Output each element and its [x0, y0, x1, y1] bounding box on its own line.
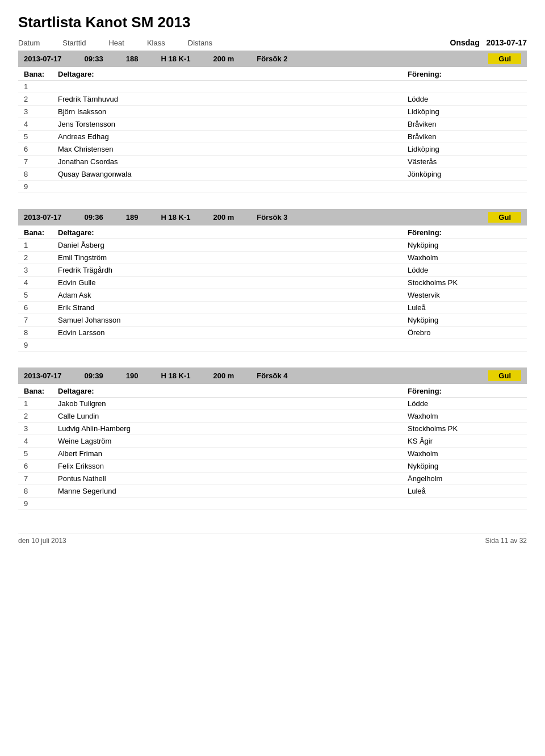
participant-club-2-7: Nyköping: [408, 316, 521, 324]
participant-row-3-8: 8 Manne Segerlund Luleå: [18, 485, 527, 498]
participant-num-1-4: 4: [24, 120, 58, 128]
participant-name-1-9: [58, 182, 408, 191]
participant-row-3-7: 7 Pontus Nathell Ängelholm: [18, 473, 527, 485]
heat-color-1: Gul: [488, 53, 521, 64]
participant-row-2-8: 8 Edvin Larsson Örebro: [18, 327, 527, 339]
participant-num-2-2: 2: [24, 253, 58, 262]
forening-label-2: Förening:: [408, 228, 521, 237]
heat-forsok-1: Försök 2: [257, 55, 287, 63]
deltagare-label-1: Deltagare:: [58, 70, 408, 78]
participant-num-3-6: 6: [24, 462, 58, 470]
heat-section-3: 2013-07-17 09:39 190 H 18 K-1 200 m Förs…: [18, 367, 527, 510]
participant-name-3-8: Manne Segerlund: [58, 487, 408, 495]
bana-row-2: Bana: Deltagare: Förening:: [18, 227, 527, 239]
participant-club-2-4: Stockholms PK: [408, 278, 521, 287]
participant-row-2-7: 7 Samuel Johansson Nyköping: [18, 314, 527, 327]
participant-row-1-5: 5 Andreas Edhag Bråviken: [18, 131, 527, 143]
participant-club-3-5: Waxholm: [408, 449, 521, 458]
heat-section-2: 2013-07-17 09:36 189 H 18 K-1 200 m Förs…: [18, 209, 527, 352]
participant-club-1-3: Lidköping: [408, 107, 521, 116]
participant-club-2-9: [408, 341, 521, 349]
participant-name-3-6: Felix Eriksson: [58, 462, 408, 470]
heat-bar-1: 2013-07-17 09:33 188 H 18 K-1 200 m Förs…: [18, 51, 527, 67]
participant-row-1-9: 9: [18, 181, 527, 193]
footer-generated: den 10 juli 2013: [18, 537, 66, 545]
participant-club-3-7: Ängelholm: [408, 474, 521, 483]
participant-row-3-9: 9: [18, 498, 527, 510]
participant-name-3-7: Pontus Nathell: [58, 474, 408, 483]
participant-num-2-6: 6: [24, 303, 58, 312]
participant-row-2-9: 9: [18, 339, 527, 352]
participant-name-1-6: Max Christensen: [58, 145, 408, 153]
participant-club-2-2: Waxholm: [408, 253, 521, 262]
participant-num-1-8: 8: [24, 170, 58, 178]
participant-name-2-3: Fredrik Trägårdh: [58, 266, 408, 274]
heat-forsok-3: Försök 4: [257, 371, 287, 380]
participant-num-3-5: 5: [24, 449, 58, 458]
heat-number-1: 188: [126, 55, 139, 63]
participant-club-3-9: [408, 499, 521, 508]
participant-name-2-1: Daniel Åsberg: [58, 241, 408, 249]
participant-name-3-2: Calle Lundin: [58, 412, 408, 420]
participant-num-1-2: 2: [24, 95, 58, 103]
participant-name-2-5: Adam Ask: [58, 291, 408, 299]
participant-num-2-3: 3: [24, 266, 58, 274]
participant-name-3-5: Albert Friman: [58, 449, 408, 458]
heat-bar-3: 2013-07-17 09:39 190 H 18 K-1 200 m Förs…: [18, 367, 527, 384]
participant-num-3-9: 9: [24, 499, 58, 508]
participant-row-2-2: 2 Emil Tingström Waxholm: [18, 252, 527, 264]
participant-num-2-1: 1: [24, 241, 58, 249]
participant-num-3-1: 1: [24, 399, 58, 408]
heat-distans-1: 200 m: [213, 55, 234, 63]
participant-row-1-6: 6 Max Christensen Lidköping: [18, 143, 527, 156]
heat-klass-1: H 18 K-1: [161, 55, 190, 63]
datum-label: Datum: [18, 39, 40, 47]
participant-club-2-6: Luleå: [408, 303, 521, 312]
heat-distans-2: 200 m: [213, 213, 234, 222]
participant-row-1-8: 8 Qusay Bawangonwala Jönköping: [18, 168, 527, 181]
participant-row-3-3: 3 Ludvig Ahlin-Hamberg Stockholms PK: [18, 423, 527, 435]
heat-time-2: 09:36: [85, 213, 103, 222]
heat-color-3: Gul: [488, 370, 521, 381]
participant-club-3-6: Nyköping: [408, 462, 521, 470]
participant-name-1-5: Andreas Edhag: [58, 132, 408, 141]
participant-row-3-2: 2 Calle Lundin Waxholm: [18, 410, 527, 423]
participant-club-1-2: Lödde: [408, 95, 521, 103]
participant-club-2-3: Lödde: [408, 266, 521, 274]
klass-label: Klass: [147, 39, 165, 47]
heat-time-1: 09:33: [85, 55, 103, 63]
participant-club-3-3: Stockholms PK: [408, 424, 521, 433]
participant-row-3-1: 1 Jakob Tullgren Lödde: [18, 398, 527, 410]
participant-club-1-9: [408, 182, 521, 191]
participant-club-1-5: Bråviken: [408, 132, 521, 141]
starttid-label: Starttid: [62, 39, 86, 47]
participant-num-1-1: 1: [24, 82, 58, 91]
participant-row-1-7: 7 Jonathan Csordas Västerås: [18, 156, 527, 168]
participant-club-1-7: Västerås: [408, 157, 521, 166]
participant-name-2-2: Emil Tingström: [58, 253, 408, 262]
participant-num-2-9: 9: [24, 341, 58, 349]
participant-row-1-4: 4 Jens Torstensson Bråviken: [18, 118, 527, 131]
forening-label-3: Förening:: [408, 387, 521, 395]
participant-num-1-6: 6: [24, 145, 58, 153]
heat-date-3: 2013-07-17: [24, 371, 62, 380]
participant-name-2-8: Edvin Larsson: [58, 328, 408, 337]
distans-label: Distans: [188, 39, 212, 47]
participant-num-1-3: 3: [24, 107, 58, 116]
participant-num-1-9: 9: [24, 182, 58, 191]
participant-num-1-7: 7: [24, 157, 58, 166]
participant-name-2-9: [58, 341, 408, 349]
participant-num-3-7: 7: [24, 474, 58, 483]
heat-time-3: 09:39: [85, 371, 103, 380]
heat-date-1: 2013-07-17: [24, 55, 62, 63]
participant-row-2-5: 5 Adam Ask Westervik: [18, 289, 527, 302]
participant-num-2-8: 8: [24, 328, 58, 337]
participant-row-2-6: 6 Erik Strand Luleå: [18, 302, 527, 314]
participant-name-3-1: Jakob Tullgren: [58, 399, 408, 408]
heat-label: Heat: [108, 39, 124, 47]
bana-label-2: Bana:: [24, 228, 58, 237]
participant-row-3-4: 4 Weine Lagström KS Ägir: [18, 435, 527, 448]
participant-club-3-4: KS Ägir: [408, 437, 521, 445]
participant-row-2-3: 3 Fredrik Trägårdh Lödde: [18, 264, 527, 277]
participant-num-2-5: 5: [24, 291, 58, 299]
